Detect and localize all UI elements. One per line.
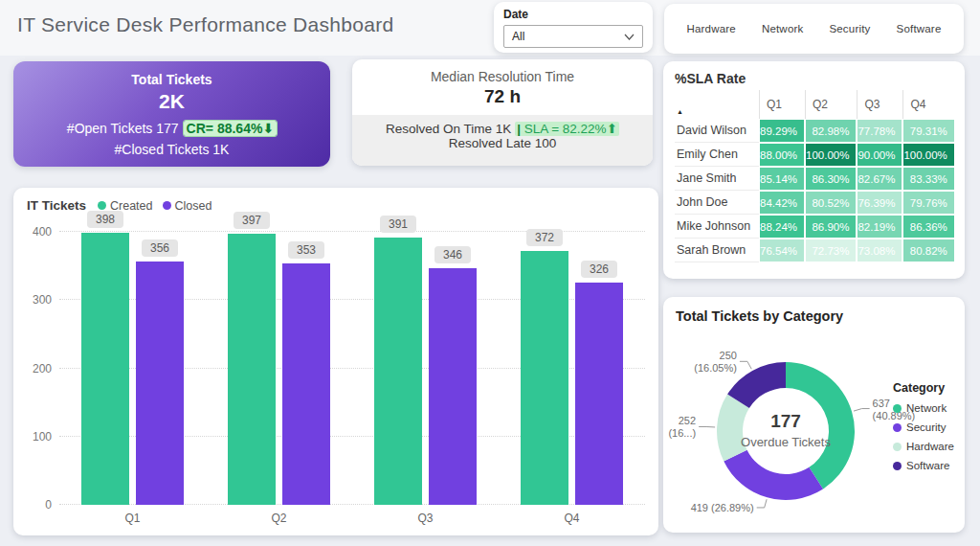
y-axis-tick-label: 100 — [33, 430, 52, 444]
donut-label-leader-line — [757, 499, 767, 508]
bar-column: 346 — [429, 246, 477, 505]
matrix-column-header-q1[interactable]: Q1 — [759, 90, 805, 119]
bar-closed-q4[interactable] — [575, 283, 623, 505]
matrix-cell[interactable]: 80.52% — [806, 192, 856, 214]
it-tickets-chart-card: IT Tickets CreatedClosed 010020030040039… — [13, 188, 658, 535]
bar-column: 356 — [136, 239, 184, 505]
matrix-column-header-q3[interactable]: Q3 — [857, 90, 902, 119]
bar-value-label: 326 — [581, 261, 617, 278]
bar-group-q1: 398356Q1 — [81, 211, 184, 505]
total-tickets-title: Total Tickets — [131, 72, 212, 87]
matrix-cell[interactable]: 82.67% — [858, 168, 902, 190]
date-slicer: Date All — [494, 2, 653, 53]
bar-column: 353 — [282, 241, 330, 505]
sla-badge: | SLA = 82.22%⬆ — [515, 122, 619, 136]
matrix-cell[interactable]: 79.31% — [903, 120, 953, 142]
bar-column: 398 — [81, 211, 129, 505]
matrix-cell[interactable]: 100.00% — [903, 144, 953, 166]
matrix-cell[interactable]: 80.82% — [903, 239, 953, 262]
sort-ascending-icon: ▲ — [677, 108, 683, 115]
matrix-cell[interactable]: 76.39% — [858, 192, 902, 214]
bar-closed-q2[interactable] — [282, 263, 330, 505]
bar-closed-q3[interactable] — [429, 268, 477, 505]
bar-value-label: 353 — [288, 241, 324, 259]
matrix-cell[interactable]: 79.76% — [903, 192, 953, 214]
y-axis-tick-label: 0 — [45, 498, 52, 512]
category-button-hardware[interactable]: Hardware — [686, 23, 735, 34]
donut-legend-item-security[interactable]: Security — [893, 421, 954, 433]
x-axis-label-q1: Q1 — [124, 512, 140, 525]
donut-legend-title: Category — [893, 381, 954, 395]
bar-created-q1[interactable] — [81, 233, 129, 505]
matrix-cell[interactable]: 83.33% — [903, 168, 953, 190]
category-button-bar: Hardware Network Security Software — [664, 4, 964, 54]
matrix-cell[interactable]: 76.54% — [760, 239, 804, 262]
matrix-cell[interactable]: 88.00% — [760, 144, 804, 166]
bar-value-label: 372 — [526, 229, 563, 246]
total-tickets-kpi-card: Total Tickets 2K #Open Tickets 177 CR= 8… — [13, 61, 330, 167]
matrix-row-label: John Doe — [675, 191, 759, 215]
category-button-network[interactable]: Network — [762, 23, 804, 34]
legend-dot-icon — [163, 201, 171, 210]
category-button-software[interactable]: Software — [897, 23, 942, 34]
arrow-up-icon: ⬆ — [607, 122, 617, 136]
bar-column: 326 — [575, 261, 623, 505]
bar-value-label: 398 — [87, 211, 123, 228]
matrix-cell[interactable]: 100.00% — [806, 144, 856, 166]
matrix-cell[interactable]: 85.14% — [760, 168, 804, 190]
category-button-security[interactable]: Security — [829, 23, 870, 34]
bar-chart-plot-area: 0100200300400398356Q1397353Q2391346Q3372… — [59, 232, 645, 505]
legend-dot-icon — [98, 201, 106, 210]
matrix-cell[interactable]: 89.29% — [760, 120, 804, 142]
y-axis-tick-label: 200 — [33, 362, 52, 375]
bar-value-label: 346 — [434, 246, 471, 263]
bar-groups: 398356Q1397353Q2391346Q3372326Q4 — [59, 232, 645, 505]
donut-center-label: Overdue Tickets — [741, 435, 831, 449]
bar-column: 397 — [228, 212, 276, 505]
donut-legend-item-software[interactable]: Software — [893, 460, 954, 471]
chevron-down-icon — [624, 34, 635, 40]
bar-value-label: 356 — [142, 239, 178, 257]
bar-closed-q1[interactable] — [136, 262, 184, 505]
date-dropdown[interactable]: All — [503, 25, 643, 48]
resolved-on-time-label: Resolved On Time 1K — [386, 122, 511, 136]
bar-group-q2: 397353Q2 — [228, 212, 330, 505]
donut-legend: CategoryNetworkSecurityHardwareSoftware — [893, 381, 954, 471]
median-resolution-title: Median Resolution Time — [352, 69, 653, 84]
donut-legend-item-network[interactable]: Network — [893, 402, 954, 414]
y-axis-tick-label: 300 — [33, 293, 52, 307]
legend-dot-icon — [893, 404, 902, 413]
donut-label-leader-line — [740, 361, 751, 369]
matrix-cell[interactable]: 86.90% — [806, 216, 856, 238]
bar-value-label: 397 — [234, 212, 270, 229]
bar-created-q4[interactable] — [521, 251, 568, 505]
matrix-cell[interactable]: 86.36% — [903, 216, 953, 238]
matrix-cell[interactable]: 88.24% — [760, 216, 804, 238]
matrix-corner-header[interactable]: ▲ — [675, 90, 759, 119]
matrix-row-label: David Wilson — [675, 119, 759, 143]
matrix-column-header-q2[interactable]: Q2 — [805, 90, 857, 119]
matrix-row-label: Mike Johnson — [675, 215, 759, 239]
matrix-column-header-q4[interactable]: Q4 — [902, 90, 954, 119]
bar-column: 391 — [374, 216, 422, 505]
donut-legend-item-hardware[interactable]: Hardware — [893, 441, 954, 452]
bar-value-label: 391 — [380, 216, 416, 233]
matrix-row-label: Jane Smith — [675, 167, 759, 191]
bar-group-q3: 391346Q3 — [374, 216, 477, 505]
bar-created-q2[interactable] — [228, 234, 276, 505]
matrix-cell[interactable]: 72.73% — [806, 239, 856, 262]
matrix-cell[interactable]: 90.00% — [858, 144, 902, 166]
matrix-cell[interactable]: 86.30% — [806, 168, 856, 190]
donut-slice-security[interactable] — [724, 450, 823, 500]
donut-legend-label: Software — [906, 460, 949, 471]
matrix-cell[interactable]: 73.08% — [858, 239, 902, 262]
matrix-cell[interactable]: 84.42% — [760, 192, 804, 214]
matrix-cell[interactable]: 77.78% — [858, 120, 902, 142]
legend-dot-icon — [893, 423, 902, 432]
bar-created-q3[interactable] — [374, 238, 422, 505]
matrix-cell[interactable]: 82.19% — [858, 216, 902, 238]
median-resolution-kpi-card: Median Resolution Time 72 h Resolved On … — [352, 59, 653, 166]
matrix-cell[interactable]: 82.98% — [806, 120, 856, 142]
arrow-down-icon: ⬇ — [262, 121, 274, 136]
donut-legend-label: Hardware — [906, 441, 954, 452]
